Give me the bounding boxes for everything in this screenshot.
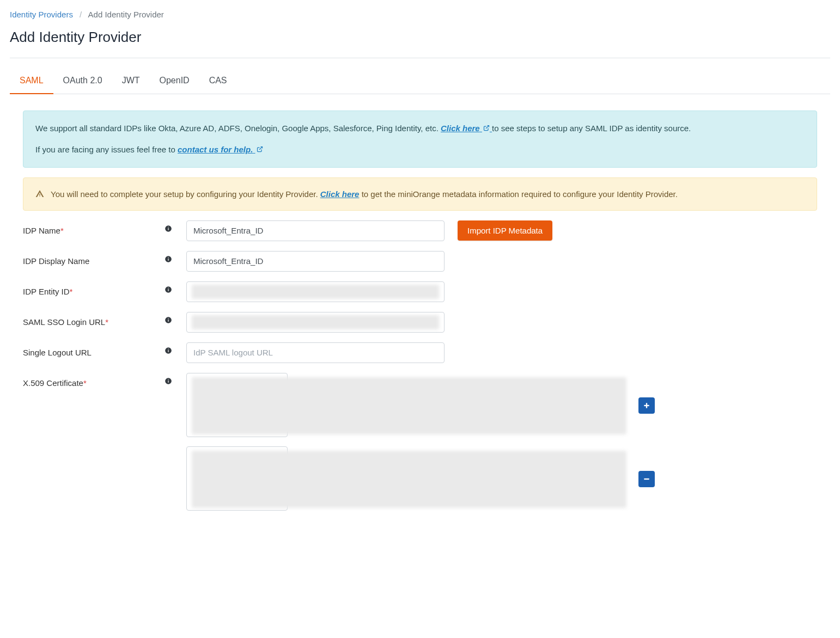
minus-icon [643, 475, 650, 483]
tab-oauth2[interactable]: OAuth 2.0 [53, 68, 112, 94]
info-icon[interactable] [165, 377, 172, 385]
svg-rect-4 [168, 226, 168, 227]
svg-rect-13 [168, 318, 168, 318]
info-text-1b: to see steps to setup any SAML IDP as id… [492, 124, 691, 133]
tabs: SAML OAuth 2.0 JWT OpenID CAS [10, 68, 830, 94]
info-text-2a: If you are facing any issues feel free t… [35, 145, 178, 154]
warning-link[interactable]: Click here [320, 189, 360, 199]
info-icon[interactable] [165, 347, 172, 354]
tab-saml[interactable]: SAML [10, 68, 53, 94]
warning-icon [35, 189, 44, 198]
breadcrumb: Identity Providers / Add Identity Provid… [10, 10, 830, 19]
label-idp-entity-id: IDP Entity ID* [23, 281, 165, 296]
plus-icon [643, 402, 650, 409]
tab-jwt[interactable]: JWT [112, 68, 150, 94]
info-alert: We support all standard IDPs like Okta, … [23, 111, 817, 168]
info-link-contact[interactable]: contact us for help. [178, 145, 263, 154]
sso-login-url-field[interactable] [186, 312, 445, 333]
info-icon[interactable] [165, 286, 172, 293]
info-link-setup[interactable]: Click here [441, 124, 492, 133]
breadcrumb-separator: / [80, 10, 82, 19]
svg-rect-9 [168, 289, 168, 291]
breadcrumb-current: Add Identity Provider [88, 10, 164, 19]
info-text-1a: We support all standard IDPs like Okta, … [35, 124, 441, 133]
label-idp-display-name: IDP Display Name [23, 251, 165, 266]
breadcrumb-link-root[interactable]: Identity Providers [10, 10, 73, 19]
label-single-logout-url: Single Logout URL [23, 342, 165, 357]
label-x509-certificate: X.509 Certificate* [23, 373, 165, 388]
idp-display-name-field[interactable] [186, 251, 445, 272]
tab-cas[interactable]: CAS [199, 68, 237, 94]
warning-text-post: to get the miniOrange metadata informati… [362, 189, 678, 199]
x509-certificate-field-2[interactable] [186, 446, 288, 511]
idp-name-field[interactable] [186, 220, 445, 241]
svg-rect-10 [168, 287, 168, 288]
warning-text-pre: You will need to complete your setup by … [51, 189, 320, 199]
svg-rect-7 [168, 257, 168, 257]
single-logout-url-field[interactable] [186, 342, 445, 363]
divider [10, 58, 830, 58]
external-link-icon [257, 146, 263, 152]
svg-rect-19 [168, 379, 168, 379]
idp-entity-id-field[interactable] [186, 281, 445, 302]
external-link-icon [483, 125, 490, 131]
label-idp-name: IDP Name* [23, 220, 165, 235]
page-title: Add Identity Provider [10, 29, 830, 46]
info-icon[interactable] [165, 316, 172, 324]
remove-certificate-button[interactable] [638, 471, 655, 487]
svg-rect-6 [168, 259, 168, 261]
svg-rect-15 [168, 350, 168, 352]
x509-certificate-field-1[interactable] [186, 373, 288, 437]
info-icon[interactable] [165, 225, 172, 232]
warning-alert: You will need to complete your setup by … [23, 177, 817, 211]
svg-line-1 [259, 147, 263, 150]
tab-openid[interactable]: OpenID [150, 68, 199, 94]
info-icon[interactable] [165, 255, 172, 263]
info-link-setup-label: Click here [441, 124, 480, 133]
add-certificate-button[interactable] [638, 397, 655, 414]
import-metadata-button[interactable]: Import IDP Metadata [458, 220, 552, 241]
info-link-contact-label: contact us for help. [178, 145, 253, 154]
svg-line-0 [486, 126, 489, 129]
svg-rect-18 [168, 381, 168, 383]
svg-rect-3 [168, 228, 168, 230]
svg-rect-12 [168, 320, 168, 322]
label-sso-login-url: SAML SSO Login URL* [23, 312, 165, 327]
svg-rect-16 [168, 348, 168, 349]
